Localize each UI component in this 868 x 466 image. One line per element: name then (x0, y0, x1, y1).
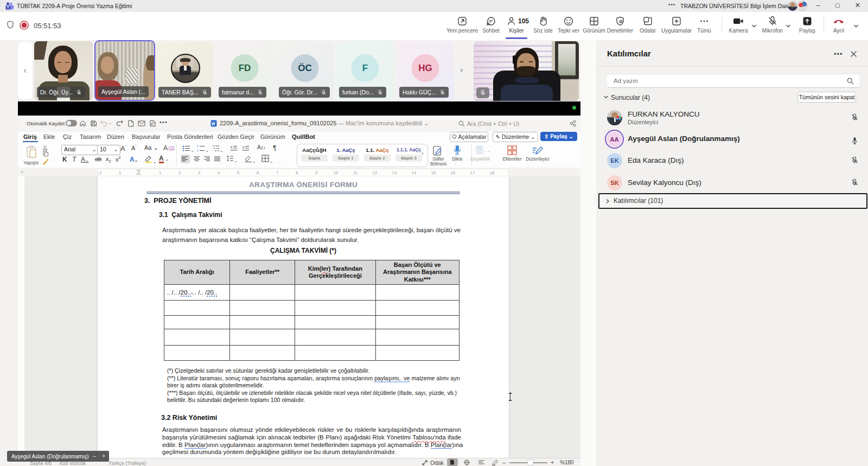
svg-text:2: 2 (197, 149, 199, 152)
svg-text:1: 1 (197, 145, 199, 148)
